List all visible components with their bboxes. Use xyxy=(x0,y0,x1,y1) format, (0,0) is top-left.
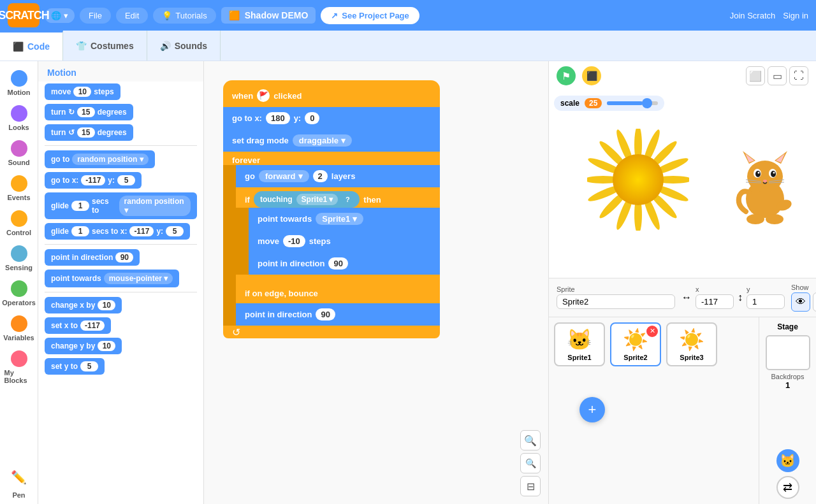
block-point-dir[interactable]: point in direction 90 xyxy=(38,247,203,268)
sidebar-item-sound[interactable]: Sound xyxy=(2,136,36,170)
block-turn-ccw[interactable]: turn ↺ 15 degrees xyxy=(38,122,203,143)
block-turn-cw[interactable]: turn ↻ 15 degrees xyxy=(38,102,203,122)
svg-point-28 xyxy=(773,172,775,174)
block-point-towards[interactable]: point towards mouse-pointer ▾ xyxy=(38,268,203,289)
sound-dot xyxy=(11,140,27,157)
big-stage-button[interactable]: ▭ xyxy=(768,66,787,85)
stage-thumbnail[interactable] xyxy=(766,335,810,370)
pen-icon: ✏️ xyxy=(11,470,27,485)
block-set-y[interactable]: set y to 5 xyxy=(38,356,203,377)
if-left-bar xyxy=(236,208,249,275)
block-glide-xy[interactable]: glide 1 secs to x: -117 y: 5 xyxy=(38,221,203,241)
sidebar-item-sensing[interactable]: Sensing xyxy=(2,241,36,275)
point-dir2-value[interactable]: 90 xyxy=(316,308,335,320)
pt-sprite-dropdown[interactable]: Sprite1 ▾ xyxy=(316,213,363,225)
sign-in-link[interactable]: Sign in xyxy=(783,11,808,20)
point-dir-value[interactable]: 90 xyxy=(328,257,347,270)
edge-bounce-block[interactable]: if on edge, bounce xyxy=(236,284,440,303)
move-value[interactable]: -10 xyxy=(283,235,305,247)
svg-point-35 xyxy=(747,214,764,224)
sidebar-item-operators[interactable]: Operators xyxy=(2,277,36,310)
sprite-thumb-1[interactable]: 🐱 Sprite1 xyxy=(554,322,605,366)
sprite-thumb-3[interactable]: ☀️ Sprite3 xyxy=(666,322,717,366)
scale-slider-fill xyxy=(607,101,643,105)
block-change-y[interactable]: change y by 10 xyxy=(38,336,203,356)
show-button[interactable]: 👁 xyxy=(791,292,810,312)
sidebar-item-events[interactable]: Events xyxy=(2,171,36,205)
point-dir-block[interactable]: point in direction 90 xyxy=(249,252,440,275)
sidebar-item-motion[interactable]: Motion xyxy=(2,66,36,100)
sensing-dot xyxy=(11,245,27,262)
point-towards-block[interactable]: point towards Sprite1 ▾ xyxy=(249,208,440,230)
editor-tabs: ⬛ Code 👕 Costumes 🔊 Sounds xyxy=(0,31,816,61)
zoom-out-button[interactable]: 🔍 xyxy=(520,453,541,473)
tab-costumes[interactable]: 👕 Costumes xyxy=(63,31,147,61)
block-glide-rnd[interactable]: glide 1 secs to random position ▾ xyxy=(38,191,203,221)
sprite-thumb-2[interactable]: ✕ ☀️ Sprite2 xyxy=(610,322,661,366)
drag-mode-block[interactable]: set drag mode draggable ▾ xyxy=(223,129,440,152)
divider-3 xyxy=(45,292,197,292)
if-block-header[interactable]: if touching Sprite1 ▾ ? then xyxy=(236,187,440,208)
backdrops-count: 1 xyxy=(785,380,790,390)
add-sprite-button[interactable]: + xyxy=(579,397,605,422)
drag-dropdown[interactable]: draggable ▾ xyxy=(293,134,352,147)
globe-button[interactable]: 🌐 ▾ xyxy=(45,8,75,23)
block-move[interactable]: move 10 steps xyxy=(38,82,203,102)
join-scratch-link[interactable]: Join Scratch xyxy=(730,11,776,20)
tutorials-button[interactable]: 💡 Tutorials xyxy=(153,8,215,24)
stop-button[interactable]: ⬛ xyxy=(582,66,601,85)
block-goto-xy[interactable]: go to x: -117 y: 5 xyxy=(38,170,203,191)
goto-y-value[interactable]: 0 xyxy=(305,112,319,124)
go-value[interactable]: 2 xyxy=(313,170,328,182)
goto-x-value[interactable]: 180 xyxy=(266,112,290,124)
sprite3-name: Sprite3 xyxy=(680,354,703,361)
stage-view-buttons: ⬜ ▭ ⛶ xyxy=(746,66,808,85)
sidebar-item-myblocks[interactable]: My Blocks xyxy=(2,347,36,388)
switch-backdrop-button[interactable]: ⇄ xyxy=(776,476,799,499)
go-forward-block[interactable]: go forward ▾ 2 layers xyxy=(236,165,440,187)
edit-menu[interactable]: Edit xyxy=(116,8,148,24)
touching-sprite-dropdown[interactable]: Sprite1 ▾ xyxy=(296,194,339,205)
touching-condition: touching Sprite1 ▾ ? xyxy=(254,191,360,208)
if-inner: point towards Sprite1 ▾ move -10 xyxy=(249,208,440,275)
tab-code[interactable]: ⬛ Code xyxy=(0,31,63,61)
scale-slider[interactable] xyxy=(607,101,658,105)
pen-button[interactable]: ✏️ xyxy=(8,466,31,489)
tab-sounds[interactable]: 🔊 Sounds xyxy=(147,31,221,61)
point-dir2-block[interactable]: point in direction 90 xyxy=(236,303,440,326)
move-steps-block[interactable]: move -10 steps xyxy=(249,230,440,252)
goto-block[interactable]: go to x: 180 y: 0 xyxy=(223,107,440,129)
block-change-x[interactable]: change x by 10 xyxy=(38,295,203,315)
x-coord-input[interactable] xyxy=(696,294,734,309)
scratch-logo[interactable]: SCRATCH xyxy=(8,3,40,27)
green-flag-button[interactable]: ⚑ xyxy=(557,66,576,85)
sidebar-item-control[interactable]: Control xyxy=(2,206,36,240)
flag-icon: 🚩 xyxy=(257,89,270,102)
forever-block-header[interactable]: forever xyxy=(223,152,440,165)
fit-button[interactable]: ⊟ xyxy=(520,476,541,496)
sprite2-delete-button[interactable]: ✕ xyxy=(646,326,658,337)
hide-button[interactable]: 🚫 xyxy=(813,292,816,312)
pen-label: Pen xyxy=(12,491,25,499)
sounds-icon: 🔊 xyxy=(160,41,171,51)
cat-graphic xyxy=(733,148,797,234)
y-coord-input[interactable] xyxy=(747,294,785,309)
scale-slider-thumb[interactable] xyxy=(642,98,652,108)
sprite-name-input[interactable] xyxy=(557,294,675,309)
see-project-button[interactable]: ↗ See Project Page xyxy=(321,7,419,24)
small-stage-button[interactable]: ⬜ xyxy=(746,66,765,85)
block-goto[interactable]: go to random position ▾ xyxy=(38,148,203,170)
go-direction-dropdown[interactable]: forward ▾ xyxy=(259,170,309,182)
zoom-in-button[interactable]: 🔍 xyxy=(520,430,541,450)
block-set-x[interactable]: set x to -117 xyxy=(38,315,203,336)
hat-block[interactable]: when 🚩 clicked xyxy=(223,80,440,107)
main-layout: Motion Looks Sound Events Control Sensin… xyxy=(0,61,816,504)
sidebar-item-variables[interactable]: Variables xyxy=(2,312,36,345)
svg-point-36 xyxy=(766,214,783,224)
add-backdrop-button[interactable]: 🐱 xyxy=(776,449,799,472)
file-menu[interactable]: File xyxy=(80,8,111,24)
fullscreen-button[interactable]: ⛶ xyxy=(789,66,808,85)
fullscreen-icon: ⛶ xyxy=(794,70,804,82)
eye-icon: 👁 xyxy=(796,296,806,308)
sidebar-item-looks[interactable]: Looks xyxy=(2,101,36,135)
